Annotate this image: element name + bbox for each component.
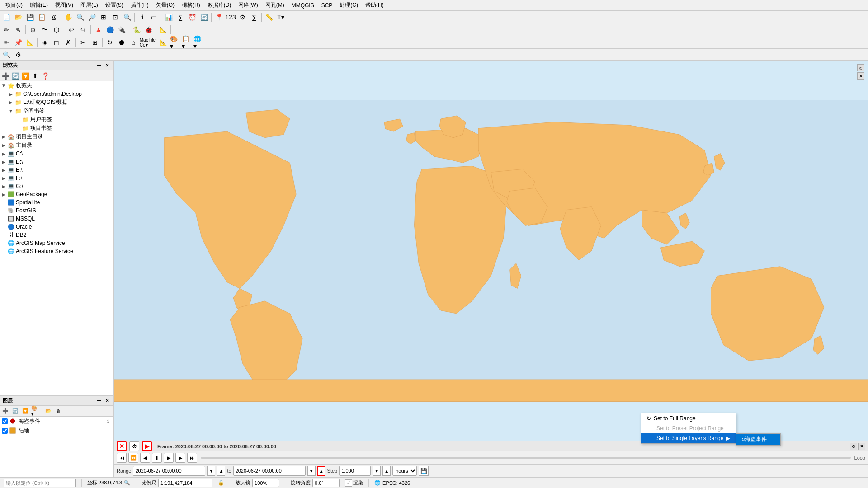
add-point-btn[interactable]: ⊕ [28,24,38,35]
menu-view[interactable]: 视图(V) [52,0,77,10]
tree-oracle[interactable]: 🔵 Oracle [0,223,113,231]
tree-favorites[interactable]: ▼ ⭐ 收藏夫 [0,81,113,90]
browser-filter-btn[interactable]: 🔽 [21,71,30,80]
tree-mssql[interactable]: 🔲 MSSQL [0,215,113,223]
plugin-btn[interactable]: 🔌 [116,24,127,35]
undock-btn[interactable]: ⎋ [857,64,864,71]
reshape-btn[interactable]: ⬟ [116,37,127,48]
tc-pause-btn[interactable]: ⏸ [152,453,162,463]
tc-range-from-up[interactable]: ▲ [217,466,225,476]
digitize-btn[interactable]: ✏ [1,24,12,35]
open-project-btn[interactable]: 📂 [13,12,24,23]
menu-help[interactable]: 帮助(H) [362,0,387,10]
layers-filter-btn[interactable]: 🔽 [21,407,30,416]
text-ann-btn[interactable]: T▾ [275,12,286,23]
feature-count-btn[interactable]: 123 [225,12,236,23]
zoom-input[interactable] [252,479,279,487]
tree-arcgis-feature[interactable]: 🌐 ArcGIS Feature Service [0,247,113,255]
menu-mmqgis[interactable]: MMQGIS [288,1,318,9]
dropdown-single-layer-range[interactable]: Set to Single Layer's Range ▶ ↻ 海盗事件 [641,433,736,443]
select-feat-btn[interactable]: ◻ [51,37,62,48]
dropdown-preset-range[interactable]: Set to Preset Project Range [641,423,736,433]
zoom-layer-btn[interactable]: ⊡ [110,12,121,23]
tree-db2[interactable]: 🗄 DB2 [0,231,113,239]
merge-feat-btn[interactable]: ⊞ [90,37,100,48]
layer-pirates[interactable]: 海盗事件 ℹ [0,417,113,426]
tree-spatial-bookmarks[interactable]: ▼ 📁 空间书签 [7,107,113,115]
tree-desktop[interactable]: ▶ 📁 C:\Users\admin\Desktop [7,90,113,98]
map-canvas[interactable]: ⎋ ✕ [114,61,868,441]
print-layout-btn[interactable]: 🖨 [48,12,59,23]
layers-add-layer-btn[interactable]: 📂 [44,407,53,416]
snap2-btn[interactable]: 📌 [13,37,24,48]
georef-btn[interactable]: 📐 [158,24,169,35]
rotate-btn[interactable]: ↻ [104,37,115,48]
node-tool-btn[interactable]: ◈ [39,37,50,48]
zoom-select-btn[interactable]: 🔍 [122,12,132,23]
browser-help-btn[interactable]: ❓ [41,71,50,80]
tree-postgis[interactable]: 🐘 PostGIS [0,206,113,215]
tc-step-down[interactable]: ▼ [373,466,381,476]
tc-range-to-up[interactable]: ▲ [317,466,326,476]
save-project-btn[interactable]: 💾 [24,12,35,23]
menu-settings[interactable]: 设置(S) [102,0,127,10]
tree-main-dir[interactable]: ▶ 🏠 主目录 [0,141,113,150]
tree-spatialite[interactable]: 🟦 SpatiaLite [0,198,113,206]
rotation-input[interactable] [312,479,340,487]
render-check[interactable]: ✓ [345,479,352,487]
tree-f-drive[interactable]: ▶ 💻 F:\ [0,174,113,182]
add-polygon-btn[interactable]: ⬡ [51,24,62,35]
tree-geopackage[interactable]: ▶ 🟩 GeoPackage [0,190,113,198]
layers-minimize-btn[interactable]: — [95,397,103,404]
layer-land[interactable]: 陆地 [0,426,113,436]
menu-plugins[interactable]: 插件(P) [127,0,152,10]
adv-digit-btn[interactable]: 📐 [24,37,35,48]
measure-btn[interactable]: 📏 [264,12,274,23]
tc-unit-select[interactable]: hours [392,466,417,476]
calc-btn[interactable]: ∑ [249,12,259,23]
tree-user-bookmarks[interactable]: 📁 用户书签 [14,115,113,124]
layer-land-checkbox[interactable] [2,428,8,434]
report-btn[interactable]: 📋▾ [181,37,192,48]
debug-btn[interactable]: 🐞 [143,24,154,35]
browser-refresh-btn[interactable]: 🔄 [11,71,20,80]
digitize2-btn[interactable]: ✏ [1,37,12,48]
tree-project-bookmarks[interactable]: 📁 项目书签 [14,124,113,132]
undo-btn[interactable]: ↩ [66,24,77,35]
locate-input[interactable] [4,479,76,487]
menu-layer[interactable]: 图层(L) [77,0,102,10]
menu-network[interactable]: 网络(W) [235,0,261,10]
tc-range-from-input[interactable] [133,466,205,476]
menu-project[interactable]: 项目(J) [2,0,26,10]
tc-timeline-slider[interactable] [201,457,851,459]
settings2-btn[interactable]: ⚙ [13,49,24,60]
layout2-btn[interactable]: 📐 [158,37,169,48]
tc-step-up[interactable]: ▲ [382,466,391,476]
tree-d-drive[interactable]: ▶ 💻 D:\ [0,158,113,166]
tc-close-x-btn[interactable]: ✕ [858,443,865,450]
tc-undock-btn[interactable]: ⎋ [850,443,857,450]
tc-settings-btn[interactable]: ⏱ [129,441,139,451]
add-line-btn[interactable]: 〜 [39,24,50,35]
layers-add-btn[interactable]: ➕ [1,407,10,416]
zoom-full-btn[interactable]: ⊞ [98,12,109,23]
menu-raster[interactable]: 栅格(R) [178,0,204,10]
tc-save-btn[interactable]: 💾 [419,466,429,476]
menu-database[interactable]: 数据库(D) [204,0,235,10]
edit-btn[interactable]: ✎ [13,24,24,35]
open-attr-btn[interactable]: 📊 [163,12,174,23]
tree-g-drive[interactable]: ▶ 💻 G:\ [0,182,113,190]
identify-btn[interactable]: ℹ [137,12,147,23]
browser-add-btn[interactable]: ➕ [1,71,10,80]
action-btn[interactable]: ⚙ [237,12,248,23]
layer-pirates-info[interactable]: ℹ [104,418,112,425]
browser-collapse-btn[interactable]: ⬆ [31,71,40,80]
python-btn[interactable]: 🐍 [131,24,142,35]
tree-research[interactable]: ▶ 📁 E:\研究\QGIS\数据 [7,98,113,107]
layers-refresh-btn[interactable]: 🔄 [11,407,20,416]
snapping-btn[interactable]: 🔺 [93,24,104,35]
dropdown-full-range[interactable]: ↻ Set to Full Range [641,413,736,423]
offset-btn[interactable]: ⌂ [128,37,139,48]
tree-e-drive[interactable]: ▶ 💻 E:\ [0,166,113,174]
tree-arcgis-map[interactable]: 🌐 ArcGIS Map Service [0,239,113,247]
